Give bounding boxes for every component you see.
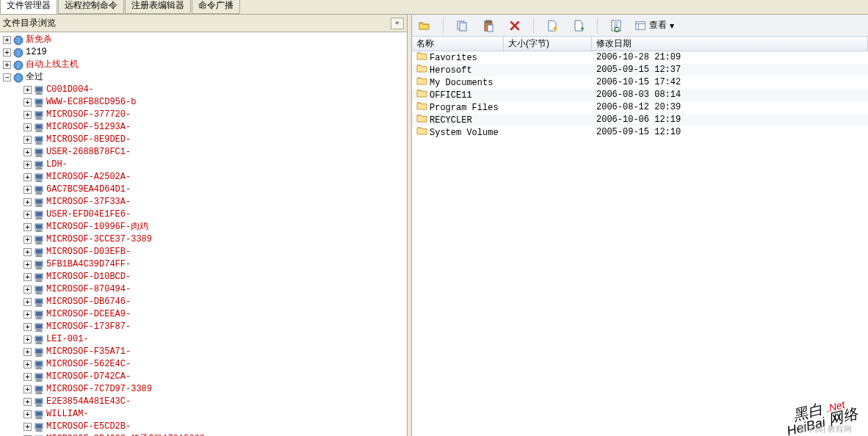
tree-root[interactable]: +自动上线主机 <box>3 59 407 71</box>
svg-rect-15 <box>36 118 42 120</box>
expander-icon[interactable]: + <box>23 410 32 418</box>
tab-3[interactable]: 命令广播 <box>192 0 240 14</box>
folder-open-icon[interactable] <box>416 18 433 34</box>
tree-host[interactable]: +USER-2688B78FC1- <box>3 146 407 159</box>
expander-icon[interactable]: + <box>23 286 32 294</box>
tree-host[interactable]: +6AC7BC9EA4D64D1- <box>3 184 407 196</box>
tab-0[interactable]: 文件管理器 <box>0 0 57 14</box>
tree-host[interactable]: +MICROSOF-3B4662-鸽子Q群17015000 <box>3 433 407 436</box>
delete-icon[interactable] <box>507 18 523 34</box>
expander-icon[interactable]: + <box>23 248 32 256</box>
tree-label: 1219 <box>26 46 47 59</box>
column-name[interactable]: 名称 <box>412 37 504 51</box>
tree-root[interactable]: +1219 <box>3 46 407 59</box>
tree-host[interactable]: +MICROSOF-DB6746- <box>3 296 407 308</box>
expander-icon[interactable]: − <box>3 73 11 81</box>
tree-host[interactable]: +MICROSOF-173F87- <box>3 321 407 333</box>
tree-host[interactable]: +MICROSOF-F35A71- <box>3 346 407 358</box>
tree-host[interactable]: +MICROSOF-A2502A- <box>3 171 407 184</box>
expander-icon[interactable]: + <box>23 323 32 331</box>
expander-icon[interactable]: + <box>23 148 32 156</box>
expander-icon[interactable]: + <box>23 335 32 344</box>
expander-icon[interactable]: + <box>23 423 32 431</box>
expander-icon[interactable]: + <box>3 61 11 69</box>
paste-icon[interactable] <box>480 18 496 34</box>
tree-host[interactable]: +5FB1BA4C39D74FF- <box>3 258 407 271</box>
expander-icon[interactable]: + <box>23 298 32 306</box>
expander-icon[interactable]: + <box>23 261 32 269</box>
tree-host[interactable]: +MICROSOF-D10BCD- <box>3 271 407 283</box>
svg-rect-79 <box>36 318 42 319</box>
svg-rect-134 <box>612 21 621 31</box>
tree-host[interactable]: +USER-EFD04E1FE6- <box>3 208 407 221</box>
dropdown-icon: ▾ <box>670 21 674 31</box>
new-file-icon[interactable] <box>544 18 560 34</box>
tree-host[interactable]: +MICROSOF-10996F-肉鸡 <box>3 221 407 233</box>
expander-icon[interactable]: + <box>23 348 32 356</box>
file-row[interactable]: Favorites2006-10-28 21:09 <box>412 51 868 64</box>
tree-host[interactable]: +MICROSOF-D03EFB- <box>3 246 407 258</box>
column-date[interactable]: 修改日期 <box>592 37 868 51</box>
expander-icon[interactable]: + <box>23 236 32 244</box>
globe-icon <box>13 35 23 46</box>
tree-host[interactable]: +MICROSOF-DCEEA9- <box>3 308 407 321</box>
svg-rect-71 <box>36 293 42 294</box>
expander-icon[interactable]: + <box>23 385 32 393</box>
expander-icon[interactable]: + <box>23 398 32 406</box>
expander-icon[interactable]: + <box>23 86 32 94</box>
tree-host[interactable]: +WILLIAM- <box>3 408 407 421</box>
tab-2[interactable]: 注册表编辑器 <box>125 0 191 14</box>
expander-icon[interactable]: + <box>23 98 32 106</box>
tree-host[interactable]: +LEI-001- <box>3 333 407 346</box>
tree-host[interactable]: +MICROSOF-D742CA- <box>3 371 407 383</box>
tree-host[interactable]: +MICROSOF-3CCE37-3389 <box>3 233 407 246</box>
file-row[interactable]: Herosoft2005-09-15 12:37 <box>412 64 868 76</box>
expander-icon[interactable]: + <box>23 373 32 381</box>
expander-icon[interactable]: + <box>23 273 32 281</box>
expander-icon[interactable]: + <box>23 198 32 206</box>
file-row[interactable]: OFFICE112006-08-03 08:14 <box>412 89 868 101</box>
expander-icon[interactable]: + <box>23 310 32 319</box>
tab-1[interactable]: 远程控制命令 <box>58 0 124 14</box>
tree-host[interactable]: +MICROSOF-E5CD2B- <box>3 421 407 433</box>
expander-icon[interactable]: + <box>23 186 32 194</box>
file-list[interactable]: Favorites2006-10-28 21:09Herosoft2005-09… <box>412 51 868 436</box>
expander-icon[interactable]: + <box>23 211 32 219</box>
expander-icon[interactable]: + <box>23 123 32 131</box>
file-row[interactable]: System Volume I...2005-09-15 12:10 <box>412 126 868 139</box>
host-tree[interactable]: +新免杀+1219+自动上线主机−全过+C001D004-+WWW-EC8FB8… <box>0 32 407 436</box>
tree-host[interactable]: +MICROSOF-51293A- <box>3 121 407 134</box>
globe-icon <box>13 60 23 70</box>
column-size[interactable]: 大小(字节) <box>504 37 592 51</box>
expander-icon[interactable]: + <box>23 173 32 181</box>
upload-icon[interactable] <box>571 18 587 34</box>
expander-icon[interactable]: + <box>23 161 32 169</box>
tree-root[interactable]: −全过 <box>3 71 407 84</box>
tree-host[interactable]: +MICROSOF-7C7D97-3389 <box>3 383 407 396</box>
tree-host[interactable]: +MICROSOF-562E4C- <box>3 358 407 371</box>
tree-label: MICROSOF-562E4C- <box>46 358 131 371</box>
expander-icon[interactable]: + <box>23 111 32 119</box>
expander-icon[interactable]: + <box>23 136 32 144</box>
expander-icon[interactable]: + <box>23 223 32 231</box>
tree-host[interactable]: +E2E3854A481E43C- <box>3 396 407 408</box>
file-row[interactable]: My Documents2006-10-15 17:42 <box>412 76 868 89</box>
view-button[interactable]: 查看 ▾ <box>634 19 674 32</box>
refresh-icon[interactable] <box>608 18 624 34</box>
tree-host[interactable]: +MICROSOF-37F33A- <box>3 196 407 208</box>
tree-host[interactable]: +LDH- <box>3 159 407 171</box>
tab-bar: 文件管理器远程控制命令注册表编辑器命令广播 <box>0 0 868 15</box>
tree-host[interactable]: +WWW-EC8FB8CD956-b <box>3 96 407 109</box>
tree-root[interactable]: +新免杀 <box>3 34 407 46</box>
copy-icon[interactable] <box>454 18 470 34</box>
tree-host[interactable]: +MICROSOF-377720- <box>3 109 407 121</box>
tree-host[interactable]: +MICROSOF-8E9DED- <box>3 134 407 146</box>
collapse-left-button[interactable]: « <box>391 18 404 29</box>
expander-icon[interactable]: + <box>3 48 11 57</box>
tree-host[interactable]: +C001D004- <box>3 84 407 96</box>
tree-host[interactable]: +MICROSOF-870494- <box>3 283 407 296</box>
expander-icon[interactable]: + <box>23 360 32 368</box>
file-row[interactable]: RECYCLER2006-10-06 12:19 <box>412 114 868 126</box>
expander-icon[interactable]: + <box>3 36 11 44</box>
file-row[interactable]: Program Files2006-08-12 20:39 <box>412 101 868 114</box>
